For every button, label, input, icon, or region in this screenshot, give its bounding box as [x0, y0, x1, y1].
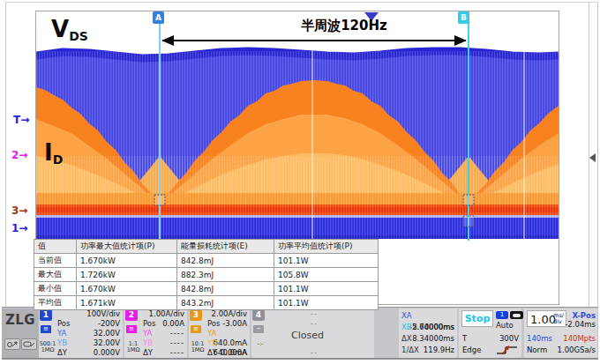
channel3-probe: 10:11MΩ	[189, 341, 206, 353]
table-header: 功率平均值统计项(P)	[274, 240, 379, 254]
cell: 101.1W	[274, 254, 379, 268]
id-trace-label: ID	[44, 139, 63, 167]
screen-frame-top	[5, 2, 597, 3]
channel2-coupling-icon[interactable]: ≡	[126, 325, 137, 333]
drag-gesture-icon[interactable]	[21, 338, 37, 350]
channel4-state: Closed	[278, 330, 337, 342]
screen-frame-left	[5, 2, 6, 306]
trigger-level-row: T300V	[462, 333, 519, 344]
channel4-dash: --	[311, 319, 318, 329]
channel4-coupling-icon[interactable]: −	[253, 325, 264, 333]
channel3-badge[interactable]: 3	[190, 309, 202, 321]
trigger-panel[interactable]: Stop 1 Auto T300V Edge	[459, 308, 521, 358]
timebase-scale-box[interactable]: 1.00 ms/div	[527, 310, 566, 327]
table-header: 能量损耗统计项(E)	[177, 240, 274, 254]
cursor-inv-dx: 1/ΔX119.9Hz	[401, 345, 454, 356]
channel3-dy: ΔY0.000A	[207, 348, 247, 358]
channel1-scale: 100V/div	[57, 309, 120, 319]
cell: 882.3mJ	[177, 268, 274, 282]
channel2-dy: ΔY----	[143, 348, 184, 358]
cursor-readout-panel[interactable]: XA-5.74000ms XB2.60000ms ΔX8.34000ms 1/Δ…	[399, 308, 457, 358]
xpos-value: -2.04ms	[565, 320, 596, 329]
channel2-panel[interactable]: 2 ≡ 1:11MΩ 1.00A/div Pos0.00A YA---- YB-…	[124, 308, 187, 358]
channel1-pos: Pos-200V	[57, 319, 120, 329]
vds-trace-label: VDS	[51, 16, 88, 43]
table-row: 当前值 1.670kW 842.8mJ 101.1W	[34, 254, 379, 268]
table-header: 值	[34, 240, 77, 254]
trace-gap	[36, 215, 559, 218]
table-row: 最小值 1.670kW 842.8mJ 101.1W	[34, 282, 379, 296]
channel4-dash: --	[311, 309, 318, 319]
channel3-yb: YB640.0mA	[207, 338, 247, 348]
channel1-panel[interactable]: 1 ≡ 500:11MΩ 100V/div Pos-200V YA32.00V …	[39, 308, 123, 358]
status-bar: ZLG 1 ≡ 500:11MΩ 100V/div Pos-200V YA32.…	[2, 307, 598, 360]
cell: 1.670kW	[77, 282, 177, 296]
sample-mode-row: Norm1.00GSa/s	[527, 345, 596, 355]
channel4-panel[interactable]: 4 − -:- -- -- Closed --	[251, 308, 374, 358]
brand-logo: ZLG	[2, 312, 39, 328]
cell: 101.1W	[274, 282, 379, 296]
channel1-coupling-icon[interactable]: ≡	[41, 325, 51, 333]
vds-low-band	[36, 218, 559, 239]
channel1-ya: YA32.00V	[57, 329, 120, 338]
cell: 842.8mJ	[177, 254, 274, 268]
channel3-scale: 2.00A/div	[207, 309, 247, 319]
half-cycle-annotation: 半周波120Hz	[265, 18, 424, 34]
channel3-ya: YA640.0mA	[207, 329, 247, 338]
channel3-panel[interactable]: 3 ≡ 10:11MΩ 2.00A/div Pos-3.00A YA640.0m…	[189, 308, 250, 358]
cursor-a-badge[interactable]: A	[153, 11, 164, 24]
screen-frame-right	[597, 2, 598, 306]
scroll-left-arrow-icon[interactable]	[589, 153, 596, 162]
trigger-mode[interactable]: Auto	[496, 321, 514, 330]
channel4-probe: -:-	[251, 341, 269, 347]
row-label: 最大值	[34, 268, 77, 282]
row-label: 当前值	[34, 254, 77, 268]
row-label: 平均值	[34, 296, 77, 310]
cell: 1.670kW	[77, 254, 177, 268]
half-cycle-arrow	[161, 35, 467, 46]
channel4-dash: --	[311, 348, 318, 358]
run-stop-button[interactable]: Stop	[461, 310, 493, 327]
cell: 1.726kW	[77, 268, 177, 282]
channel1-dy: ΔY0.000V	[57, 348, 120, 358]
channel1-probe: 500:11MΩ	[39, 341, 56, 353]
cell: 842.8mJ	[177, 282, 274, 296]
cursor-b-badge[interactable]: B	[458, 11, 469, 24]
channel1-position-marker[interactable]: 1→	[11, 222, 27, 234]
trigger-source-icon[interactable]: 1	[496, 311, 508, 319]
channel3-position-marker[interactable]: 3→	[11, 204, 27, 217]
channel2-ya: YA----	[143, 329, 184, 338]
brand-block: ZLG	[2, 308, 39, 358]
trigger-level-marker[interactable]: T→	[13, 114, 29, 126]
cell: 843.2mJ	[177, 296, 274, 310]
channel1-yb: YB32.00V	[57, 338, 120, 348]
table-header-row: 值 功率最大值统计项(P) 能量损耗统计项(E) 功率平均值统计项(P)	[34, 240, 379, 254]
channel3-pos: Pos-3.00A	[207, 319, 247, 329]
cursor-xb: XB2.60000ms	[401, 322, 454, 333]
channel2-pos: Pos0.00A	[143, 319, 184, 329]
table-row: 平均值 1.671kW 843.2mJ 101.1W	[34, 296, 379, 310]
touch-gesture-icon[interactable]	[4, 338, 20, 350]
table-row: 最大值 1.726kW 882.3mJ 105.8W	[34, 268, 379, 282]
cursor-dx: ΔX8.34000ms	[401, 333, 454, 345]
timebase-panel[interactable]: 1.00 ms/div X-Pos -2.04ms 140ms140Mpts N…	[524, 308, 597, 358]
measurement-table: 值 功率最大值统计项(P) 能量损耗统计项(E) 功率平均值统计项(P) 当前值…	[34, 239, 379, 310]
cell: 105.8W	[274, 268, 379, 282]
cell: 101.1W	[274, 296, 379, 310]
table-header: 功率最大值统计项(P)	[77, 240, 177, 254]
channel2-scale: 1.00A/div	[143, 309, 184, 319]
channel4-badge[interactable]: 4	[252, 309, 265, 321]
rising-edge-icon	[495, 344, 520, 358]
channel2-probe: 1:11MΩ	[124, 341, 142, 353]
xpos-label: X-Pos	[572, 311, 596, 320]
channel1-badge[interactable]: 1	[40, 309, 52, 321]
channel2-yb: YB----	[143, 338, 184, 348]
row-label: 最小值	[34, 282, 77, 296]
trigger-memory-icon	[510, 311, 523, 319]
acquisition-window-row: 140ms140Mpts	[527, 333, 596, 344]
channel2-badge[interactable]: 2	[125, 309, 138, 321]
cursor-xa: XA-5.74000ms	[401, 310, 454, 322]
channel3-coupling-icon[interactable]: ≡	[191, 325, 201, 333]
oscilloscope-screen: T→ 2→ 3→ 1→	[0, 0, 600, 364]
channel2-position-marker[interactable]: 2→	[11, 149, 27, 161]
